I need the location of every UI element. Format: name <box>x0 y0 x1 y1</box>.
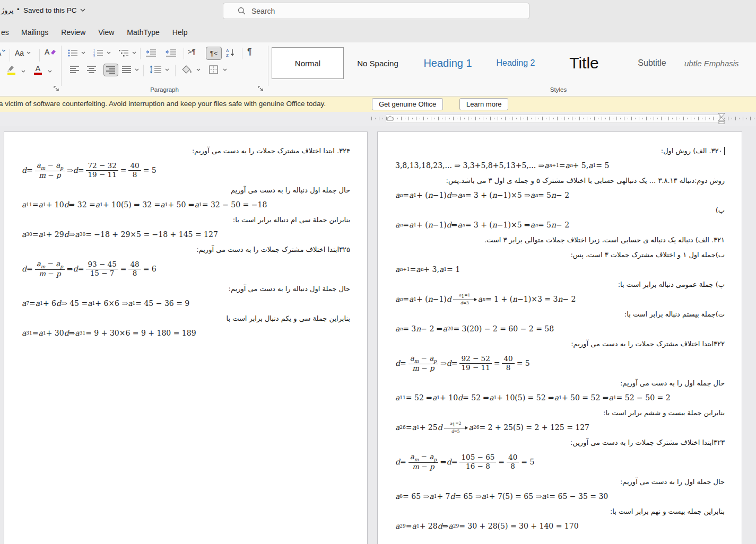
doc-line: an = a1 + (n−1)d ⇒ an = 3 + (n−1)×5 ⇒ an… <box>395 188 725 203</box>
search-bar[interactable] <box>223 3 529 19</box>
align-right-button[interactable] <box>103 64 118 76</box>
chevron-down-icon[interactable] <box>21 70 25 73</box>
doc-line: روش دوم:دنباله ۳.۸.۱۳ ... یک دنبالهی حسا… <box>395 173 725 188</box>
bullet-list-button[interactable] <box>68 49 78 57</box>
style-normal[interactable]: Normal <box>272 47 344 79</box>
increase-indent-button[interactable] <box>166 49 177 57</box>
decrease-indent-button[interactable] <box>145 49 157 57</box>
doc-line: an = a1 + (n−1)d a1=1d=3 an = 1 + (n−1)×… <box>395 292 725 306</box>
doc-line: بنابراین جملة سی ام دنباله برابر است با: <box>22 212 350 227</box>
labeled-arrow: a1=1d=3 <box>453 293 476 305</box>
separator <box>268 46 268 86</box>
multilevel-list-button[interactable] <box>119 49 129 57</box>
title-separator-dot: • <box>17 5 20 13</box>
fraction: am − apm − p <box>35 161 65 180</box>
ribbon-tab-bar: esMailingsReviewViewMathTypeHelp <box>0 22 756 42</box>
separator <box>140 48 141 59</box>
genuine-office-warning-bar: a victim of software counterfeiting. Avo… <box>0 96 756 112</box>
first-line-indent-marker[interactable] <box>387 116 394 121</box>
chevron-down-icon[interactable] <box>81 51 85 55</box>
style-no-spacing[interactable]: No Spacing <box>344 47 412 79</box>
search-input[interactable] <box>251 7 506 15</box>
doc-line: حال جملة اول دنباله را به دست می آوریم: <box>22 281 350 296</box>
line-spacing-icon <box>150 65 162 74</box>
learn-more-button[interactable]: Learn more <box>459 98 508 110</box>
style-title[interactable]: Title <box>548 47 621 79</box>
page-right-content: ۳۲۰. الف) روش اول:3,8,13,18,23,... ⇒ 3,3… <box>378 132 742 533</box>
warning-message: a victim of software counterfeiting. Avo… <box>0 100 326 108</box>
rtl-paragraph-button[interactable]: ¶< <box>206 47 222 60</box>
chevron-down-icon[interactable] <box>48 70 52 73</box>
font-dialog-launcher[interactable] <box>53 85 60 92</box>
clear-formatting-button[interactable]: A <box>45 48 56 56</box>
page-right[interactable]: ۳۲۰. الف) روش اول:3,8,13,18,23,... ⇒ 3,3… <box>377 131 742 544</box>
tab-help[interactable]: Help <box>166 22 194 42</box>
horizontal-ruler[interactable] <box>0 112 756 126</box>
chevron-down-icon[interactable] <box>223 68 227 72</box>
doc-line: 3,8,13,18,23,... ⇒ 3,3+5,8+5,13+5,... ⇒ … <box>395 158 725 173</box>
style-heading1[interactable]: Heading 1 <box>412 47 484 79</box>
pilcrow-button[interactable]: ¶ <box>247 47 252 57</box>
justify-icon <box>122 66 132 73</box>
title-bar: پروژ • Saved to this PC <box>0 0 756 22</box>
change-case-button[interactable]: Aa <box>15 49 31 57</box>
sort-button[interactable]: AZ <box>226 48 235 57</box>
tab-references-partial[interactable]: es <box>0 22 12 42</box>
doc-line: d = am − apm − p ⇒ d = 93 − 4515 − 7 = 4… <box>22 257 350 281</box>
numbered-list-button[interactable]: 123 <box>93 49 103 57</box>
svg-text:A: A <box>226 48 229 53</box>
style-subtitle[interactable]: Subtitle <box>621 47 683 79</box>
doc-line: a26 = a1 + 25d a1=2d=5 a26 = 2 + 25(5) =… <box>395 420 725 435</box>
search-icon <box>238 7 246 15</box>
ribbon: A Aa A A 123 >¶ <box>0 42 756 96</box>
page-left[interactable]: ۳۲۴. ابتدا اختلاف مشترک جملات را به دست … <box>4 131 368 544</box>
font-color-button[interactable]: A <box>34 65 42 75</box>
save-status[interactable]: Saved to this PC <box>23 6 85 14</box>
paragraph-group-label: Paragraph <box>64 86 265 93</box>
align-center-icon <box>87 66 97 73</box>
get-genuine-office-button[interactable]: Get genuine Office <box>372 98 443 110</box>
doc-line: ۳۲۰. الف) روش اول: <box>395 143 725 158</box>
align-center-button[interactable] <box>87 66 97 73</box>
ltr-paragraph-button[interactable]: >¶ <box>188 48 196 56</box>
style-heading2[interactable]: Heading 2 <box>484 47 548 79</box>
doc-line: ب) <box>395 203 725 217</box>
chevron-down-icon <box>2 49 6 52</box>
shading-icon <box>181 65 192 74</box>
dialog-launcher-icon <box>54 86 59 92</box>
doc-line: بنابراین جملة بیست و ششم برابر است با: <box>395 405 725 420</box>
tab-view[interactable]: View <box>92 22 120 42</box>
shrink-font-button[interactable]: A <box>0 49 6 57</box>
document-title: پروژ <box>1 6 13 14</box>
doc-line: d = am − apm − p ⇒ d = 105 − 6516 − 8 = … <box>395 450 725 474</box>
tab-review[interactable]: Review <box>55 22 92 42</box>
fraction: 408 <box>507 453 519 470</box>
chevron-down-icon[interactable] <box>165 68 169 72</box>
separator <box>175 65 176 76</box>
justify-button[interactable] <box>122 66 132 73</box>
chevron-down-icon[interactable] <box>196 68 201 72</box>
chevron-down-icon[interactable] <box>135 68 139 72</box>
separator <box>61 46 62 86</box>
borders-button[interactable] <box>209 65 218 74</box>
chevron-down-icon[interactable] <box>107 51 111 55</box>
tab-mailings[interactable]: Mailings <box>15 22 55 42</box>
line-spacing-button[interactable] <box>150 65 162 74</box>
ruler-minor-ticks <box>371 118 754 119</box>
tab-mathtype[interactable]: MathType <box>120 22 166 42</box>
numbered-list-icon: 123 <box>93 49 103 57</box>
right-indent-marker[interactable] <box>717 113 726 125</box>
shading-button[interactable] <box>181 65 192 74</box>
style-subtle-emphasis[interactable]: Subtle Emphasis <box>683 47 756 79</box>
separator <box>242 48 242 59</box>
paragraph-dialog-launcher[interactable] <box>257 85 264 92</box>
highlight-button[interactable] <box>6 65 16 75</box>
chevron-down-icon[interactable] <box>132 51 136 55</box>
align-left-button[interactable] <box>70 66 80 73</box>
doc-line: a31 = a1 + 30d ⇒ a31 = 9 + 30×6 = 9 + 18… <box>22 326 350 340</box>
doc-line: حال جمله اول را به دست می آوریم: <box>395 474 725 489</box>
doc-line: an = a1 + (n−1)d ⇒ an = 3 + (n−1)×5 ⇒ an… <box>395 217 725 232</box>
fraction: 488 <box>128 260 141 277</box>
fraction: am − apm − p <box>409 354 438 373</box>
svg-text:3: 3 <box>93 55 95 57</box>
